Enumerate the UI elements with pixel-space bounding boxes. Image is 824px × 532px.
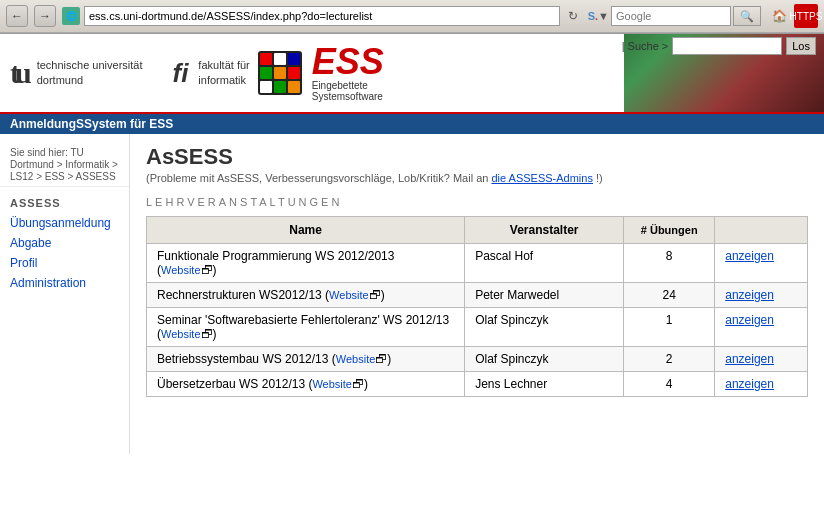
top-icons: 🏠 HTTPS: [767, 4, 818, 28]
svg-rect-8: [274, 81, 286, 93]
anzeigen-link-2[interactable]: anzeigen: [725, 288, 774, 302]
course-website-link-1[interactable]: Website: [161, 264, 201, 276]
fi-logo: fi fakultät für informatik: [172, 58, 249, 89]
course-website-link-3[interactable]: Website: [161, 328, 201, 340]
tu-text: technische universität dortmund: [37, 58, 143, 89]
https-icon: HTTPS: [794, 4, 818, 28]
refresh-button[interactable]: ↻: [564, 7, 582, 25]
security-icon: 🌐: [62, 7, 80, 25]
course-name-5: Übersetzerbau WS 2012/13 (Website🗗): [147, 372, 465, 397]
admins-link[interactable]: die ASSESS-Admins: [491, 172, 593, 184]
forward-button[interactable]: →: [34, 5, 56, 27]
site-header: | Suche > Los tu technische universität …: [0, 34, 824, 114]
svg-rect-2: [274, 53, 286, 65]
table-row: Betriebssystembau WS 2012/13 (Website🗗) …: [147, 347, 808, 372]
sidebar-item-abgabe[interactable]: Abgabe: [0, 233, 129, 253]
tu-mark: tu: [10, 56, 27, 90]
suche-input[interactable]: [672, 37, 782, 55]
anzeigen-link-5[interactable]: anzeigen: [725, 377, 774, 391]
content-area: Sie sind hier: TU Dortmund > Informatik …: [0, 134, 824, 454]
course-website-link-2[interactable]: Website: [329, 289, 369, 301]
courses-table: Name Veranstalter # Übungen Funktionale …: [146, 216, 808, 397]
course-website-link-4[interactable]: Website: [336, 353, 376, 365]
sidebar-nav: ASSESS Übungsanmeldung Abgabe Profil Adm…: [0, 193, 129, 293]
page-header-title: AnmeldungSSystem für ESS: [10, 117, 173, 131]
course-uebungen-4: 2: [624, 347, 715, 372]
page-header-band: AnmeldungSSystem für ESS: [0, 114, 824, 134]
ess-text: ESS: [312, 44, 384, 80]
rubik-cube: [258, 51, 302, 95]
course-action-4[interactable]: anzeigen: [715, 347, 808, 372]
browser-toolbar: ← → 🌐 ↻ S.▼ 🔍 🏠 HTTPS: [0, 0, 824, 33]
svg-rect-5: [274, 67, 286, 79]
svg-rect-4: [260, 67, 272, 79]
breadcrumb-text: Sie sind hier: TU Dortmund > Informatik …: [10, 147, 118, 182]
course-action-3[interactable]: anzeigen: [715, 308, 808, 347]
course-name-4: Betriebssystembau WS 2012/13 (Website🗗): [147, 347, 465, 372]
anzeigen-link-1[interactable]: anzeigen: [725, 249, 774, 263]
svg-rect-6: [288, 67, 300, 79]
course-uebungen-1: 8: [624, 244, 715, 283]
sidebar: Sie sind hier: TU Dortmund > Informatik …: [0, 134, 130, 454]
course-veranstalter-2: Peter Marwedel: [465, 283, 624, 308]
main-content: AsSESS (Probleme mit AsSESS, Verbesserun…: [130, 134, 824, 454]
svg-rect-7: [260, 81, 272, 93]
course-veranstalter-5: Jens Lechner: [465, 372, 624, 397]
course-uebungen-3: 1: [624, 308, 715, 347]
ess-logo: ESS Eingebettete Systemsoftware: [312, 44, 384, 102]
course-name-3: Seminar 'Softwarebasierte Fehlertoleranz…: [147, 308, 465, 347]
table-row: Funktionale Programmierung WS 2012/2013 …: [147, 244, 808, 283]
course-name-1: Funktionale Programmierung WS 2012/2013 …: [147, 244, 465, 283]
back-button[interactable]: ←: [6, 5, 28, 27]
search-button[interactable]: 🔍: [733, 6, 761, 26]
section-heading: LEHRVERANSTALTUNGEN: [146, 196, 808, 208]
sidebar-item-profil[interactable]: Profil: [0, 253, 129, 273]
fi-text: fakultät für informatik: [198, 58, 249, 89]
page-subtitle: (Probleme mit AsSESS, Verbesserungsvorsc…: [146, 172, 808, 184]
search-engine-label: S.▼: [588, 10, 609, 22]
course-action-2[interactable]: anzeigen: [715, 283, 808, 308]
course-action-1[interactable]: anzeigen: [715, 244, 808, 283]
course-uebungen-2: 24: [624, 283, 715, 308]
table-row: Rechnerstrukturen WS2012/13 (Website🗗) P…: [147, 283, 808, 308]
course-uebungen-5: 4: [624, 372, 715, 397]
col-header-action: [715, 217, 808, 244]
course-veranstalter-4: Olaf Spinczyk: [465, 347, 624, 372]
ess-subtitle-1: Eingebettete: [312, 80, 368, 91]
svg-rect-1: [260, 53, 272, 65]
course-website-link-5[interactable]: Website: [312, 378, 352, 390]
course-veranstalter-3: Olaf Spinczyk: [465, 308, 624, 347]
col-header-uebungen: # Übungen: [624, 217, 715, 244]
table-row: Übersetzerbau WS 2012/13 (Website🗗) Jens…: [147, 372, 808, 397]
sidebar-section-label: ASSESS: [0, 193, 129, 213]
svg-rect-3: [288, 53, 300, 65]
table-row: Seminar 'Softwarebasierte Fehlertoleranz…: [147, 308, 808, 347]
address-bar-container: 🌐 ↻: [62, 6, 582, 26]
course-action-5[interactable]: anzeigen: [715, 372, 808, 397]
anzeigen-link-4[interactable]: anzeigen: [725, 352, 774, 366]
home-button[interactable]: 🏠: [767, 4, 791, 28]
suche-label: | Suche >: [622, 40, 669, 52]
breadcrumb: Sie sind hier: TU Dortmund > Informatik …: [0, 142, 129, 187]
anzeigen-link-3[interactable]: anzeigen: [725, 313, 774, 327]
fi-mark: fi: [172, 58, 188, 89]
address-bar[interactable]: [84, 6, 560, 26]
course-veranstalter-1: Pascal Hof: [465, 244, 624, 283]
ess-subtitle-2: Systemsoftware: [312, 91, 383, 102]
svg-rect-9: [288, 81, 300, 93]
search-bar: S.▼ 🔍: [588, 6, 761, 26]
browser-chrome: ← → 🌐 ↻ S.▼ 🔍 🏠 HTTPS: [0, 0, 824, 34]
page-title: AsSESS: [146, 144, 808, 170]
search-input[interactable]: [611, 6, 731, 26]
los-button[interactable]: Los: [786, 37, 816, 55]
sidebar-item-uebungsanmeldung[interactable]: Übungsanmeldung: [0, 213, 129, 233]
course-name-2: Rechnerstrukturen WS2012/13 (Website🗗): [147, 283, 465, 308]
suche-bar: | Suche > Los: [622, 37, 816, 55]
col-header-veranstalter: Veranstalter: [465, 217, 624, 244]
tu-logo: tu technische universität dortmund: [10, 56, 142, 90]
sidebar-item-administration[interactable]: Administration: [0, 273, 129, 293]
col-header-name: Name: [147, 217, 465, 244]
